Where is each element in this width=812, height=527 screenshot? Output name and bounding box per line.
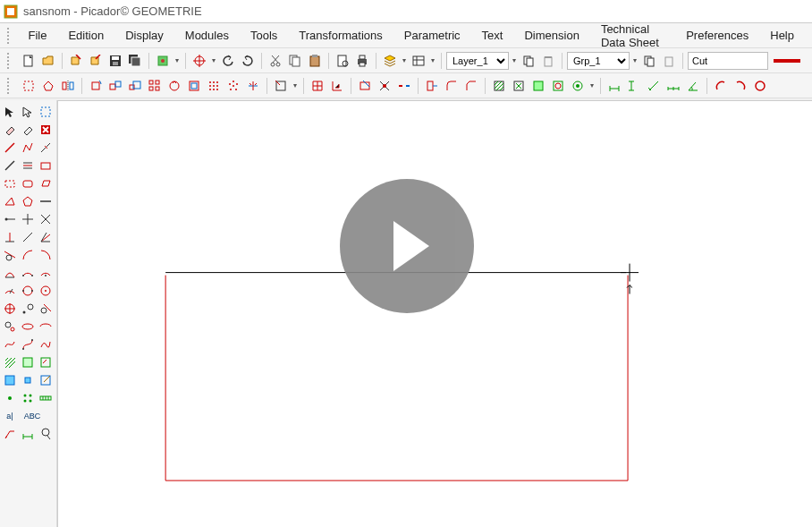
text-single-icon[interactable]: a|: [2, 408, 18, 424]
dim-aligned-icon[interactable]: [645, 77, 663, 95]
chamfer-icon[interactable]: [462, 77, 480, 95]
dim-horizontal-icon[interactable]: [605, 77, 623, 95]
text-multi-icon[interactable]: ABC: [20, 408, 45, 424]
undo-icon[interactable]: [219, 52, 237, 70]
intersect-point-icon[interactable]: [376, 77, 393, 95]
menu-file[interactable]: File: [17, 25, 57, 46]
region-dropdown-icon[interactable]: ▾: [588, 81, 596, 89]
dot-line-icon[interactable]: [2, 211, 18, 227]
group-select[interactable]: Grp_1: [567, 52, 630, 70]
polyline-icon[interactable]: [20, 140, 36, 156]
segment-icon[interactable]: [2, 140, 18, 156]
arc-radius-icon[interactable]: [2, 283, 18, 299]
dim-vertical-icon[interactable]: [625, 77, 643, 95]
hatch-icon[interactable]: [490, 77, 508, 95]
target-dropdown-icon[interactable]: ▾: [210, 56, 217, 64]
points-multi-icon[interactable]: [20, 390, 36, 406]
menu-modules[interactable]: Modules: [174, 25, 240, 46]
save-icon[interactable]: [106, 52, 124, 70]
balloon-icon[interactable]: [38, 426, 54, 442]
mirror-h-icon[interactable]: [59, 77, 77, 95]
hatch-side-icon[interactable]: [2, 354, 18, 370]
print-preview-icon[interactable]: [334, 52, 351, 70]
circle-2pt-icon[interactable]: [20, 283, 36, 299]
import-icon[interactable]: [67, 52, 85, 70]
module-icon[interactable]: [154, 52, 172, 70]
dim-side-icon[interactable]: [20, 426, 36, 442]
grid-icon[interactable]: [309, 77, 326, 95]
array-icon[interactable]: [146, 77, 164, 95]
rect-rounded-icon[interactable]: [20, 175, 36, 191]
hatch-edit-icon[interactable]: [38, 354, 54, 370]
offset-icon[interactable]: [185, 77, 203, 95]
menu-preferences[interactable]: Preferences: [675, 25, 759, 46]
erase-window-icon[interactable]: [20, 122, 36, 138]
circle-dot-icon[interactable]: [20, 301, 36, 317]
save-all-icon[interactable]: [126, 52, 144, 70]
pointer-icon[interactable]: [2, 104, 18, 120]
circle-tan-icon[interactable]: [38, 301, 54, 317]
drawing-canvas[interactable]: [57, 100, 812, 527]
ellipse-arc-icon[interactable]: [38, 319, 54, 335]
polygon-icon[interactable]: [20, 193, 36, 209]
cross-icon[interactable]: [38, 211, 54, 227]
target-icon[interactable]: [190, 52, 208, 70]
extend-icon[interactable]: [423, 77, 441, 95]
multi-line-icon[interactable]: [20, 157, 36, 174]
open-file-icon[interactable]: [39, 52, 57, 70]
menu-text[interactable]: Text: [471, 25, 514, 46]
menu-display[interactable]: Display: [114, 25, 174, 46]
layers-dropdown-icon[interactable]: ▾: [401, 56, 408, 64]
spline-icon[interactable]: [2, 336, 18, 353]
tangent-icon[interactable]: [2, 247, 18, 263]
circle-icon[interactable]: [751, 77, 769, 95]
menu-dimension[interactable]: Dimension: [513, 25, 589, 46]
layer-delete-icon[interactable]: [539, 52, 557, 70]
export-icon[interactable]: [87, 52, 105, 70]
layer-copy-icon[interactable]: [520, 52, 537, 70]
rotate-copy-icon[interactable]: [165, 77, 183, 95]
arc-3pt-icon[interactable]: [20, 265, 36, 281]
parallelogram-icon[interactable]: [38, 175, 54, 191]
group-delete-icon[interactable]: [660, 52, 678, 70]
select-area-icon[interactable]: [20, 77, 38, 95]
rect-icon[interactable]: [38, 157, 54, 174]
block-icon[interactable]: [2, 372, 18, 388]
line-angle-icon[interactable]: [20, 229, 36, 245]
block-edit-icon[interactable]: [38, 372, 54, 388]
rect-dashed-icon[interactable]: [2, 175, 18, 191]
erase-entity-icon[interactable]: [2, 122, 18, 138]
leader-icon[interactable]: [2, 426, 18, 442]
cut-icon[interactable]: [266, 52, 284, 70]
rotate-icon[interactable]: [87, 77, 105, 95]
arc-ccw-icon[interactable]: [732, 77, 749, 95]
scale-icon[interactable]: [126, 77, 144, 95]
axis-icon[interactable]: [38, 140, 54, 156]
arc-br-icon[interactable]: [38, 247, 54, 263]
catalog-dropdown-icon[interactable]: ▾: [429, 56, 436, 64]
polar-array-icon[interactable]: [224, 77, 242, 95]
perp-icon[interactable]: [2, 229, 18, 245]
region-settings-icon[interactable]: [569, 77, 587, 95]
menu-transformations[interactable]: Transformations: [288, 25, 393, 46]
arc-center-icon[interactable]: [38, 265, 54, 281]
menu-tools[interactable]: Tools: [240, 25, 288, 46]
trim-icon[interactable]: [356, 77, 374, 95]
circle-2tan-icon[interactable]: [2, 319, 18, 335]
pointer-alt-icon[interactable]: [20, 104, 36, 120]
arc-cw-icon[interactable]: [712, 77, 730, 95]
linetype-input[interactable]: [688, 52, 768, 70]
fillet-icon[interactable]: [443, 77, 461, 95]
circle-target-icon[interactable]: [2, 301, 18, 317]
menu-parametric[interactable]: Parametric: [393, 25, 471, 46]
select-polygon-icon[interactable]: [39, 77, 57, 95]
region-gear-icon[interactable]: [549, 77, 567, 95]
module-dropdown-icon[interactable]: ▾: [173, 56, 181, 64]
block-small-icon[interactable]: [20, 372, 36, 388]
layers-icon[interactable]: [381, 52, 399, 70]
paste-icon[interactable]: [306, 52, 324, 70]
grid-corner-icon[interactable]: [328, 77, 346, 95]
video-play-button[interactable]: [340, 179, 474, 313]
select-window-icon[interactable]: [38, 104, 54, 120]
group-copy-icon[interactable]: [640, 52, 658, 70]
